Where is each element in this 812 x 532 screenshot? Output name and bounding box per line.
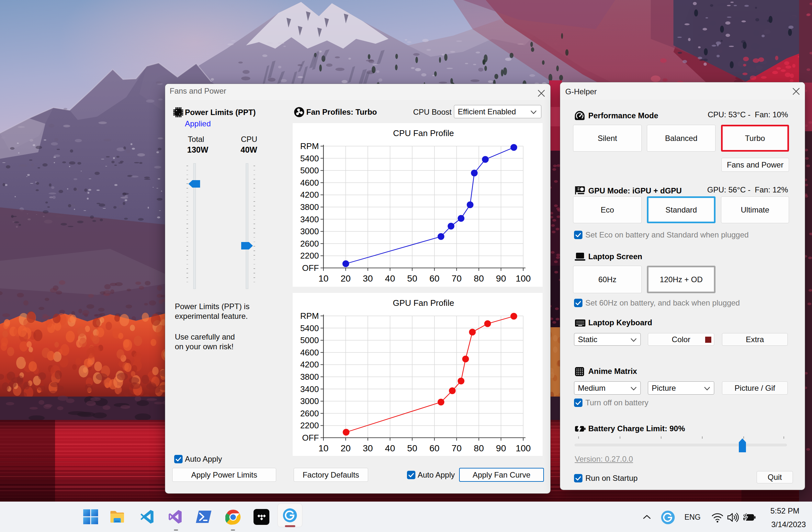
- svg-text:20: 20: [340, 443, 351, 453]
- svg-text:30: 30: [363, 443, 373, 453]
- svg-text:RPM: RPM: [300, 141, 319, 151]
- svg-text:10: 10: [318, 274, 328, 283]
- svg-text:30: 30: [363, 274, 373, 283]
- svg-text:100: 100: [516, 274, 531, 283]
- svg-text:GPU Fan Profile: GPU Fan Profile: [393, 298, 454, 308]
- svg-text:5400: 5400: [300, 154, 319, 163]
- svg-text:100: 100: [516, 443, 531, 453]
- svg-text:OFF: OFF: [302, 263, 319, 273]
- svg-text:4200: 4200: [300, 190, 319, 199]
- svg-text:40: 40: [385, 274, 395, 283]
- svg-text:2200: 2200: [300, 251, 319, 261]
- svg-text:CPU Fan Profile: CPU Fan Profile: [393, 128, 454, 138]
- svg-text:5000: 5000: [300, 335, 319, 345]
- svg-text:3000: 3000: [300, 226, 319, 236]
- svg-text:10: 10: [318, 443, 328, 453]
- svg-text:4600: 4600: [300, 348, 319, 358]
- svg-text:4600: 4600: [300, 178, 319, 187]
- svg-text:2600: 2600: [300, 239, 319, 249]
- svg-text:40: 40: [385, 443, 395, 453]
- svg-text:3800: 3800: [300, 202, 319, 212]
- svg-text:50: 50: [407, 443, 417, 453]
- svg-text:90: 90: [496, 443, 506, 453]
- svg-text:3400: 3400: [300, 214, 319, 224]
- svg-text:50: 50: [407, 274, 417, 283]
- svg-text:70: 70: [452, 443, 462, 453]
- svg-text:5000: 5000: [300, 166, 319, 175]
- svg-text:4200: 4200: [300, 360, 319, 369]
- svg-text:90: 90: [496, 274, 506, 283]
- svg-text:3400: 3400: [300, 384, 319, 394]
- svg-text:OFF: OFF: [302, 433, 319, 443]
- svg-text:70: 70: [452, 274, 462, 283]
- svg-text:60: 60: [429, 274, 439, 283]
- svg-text:20: 20: [340, 274, 351, 283]
- svg-text:2200: 2200: [300, 421, 319, 430]
- svg-text:3800: 3800: [300, 372, 319, 382]
- svg-text:2600: 2600: [300, 408, 319, 418]
- svg-text:RPM: RPM: [300, 311, 319, 321]
- svg-text:3000: 3000: [300, 396, 319, 406]
- svg-text:5400: 5400: [300, 323, 319, 333]
- svg-text:60: 60: [429, 443, 439, 453]
- svg-text:80: 80: [474, 443, 484, 453]
- svg-text:80: 80: [474, 274, 484, 283]
